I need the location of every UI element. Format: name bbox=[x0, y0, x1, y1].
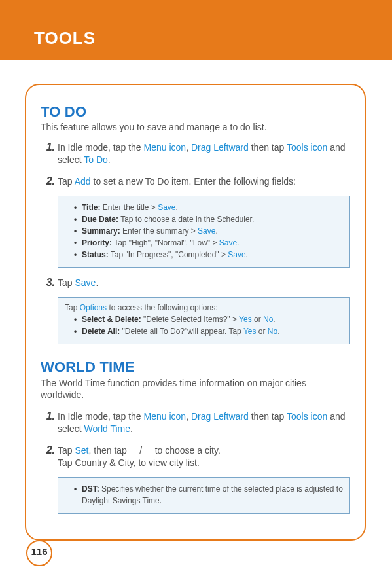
world-time-link: World Time bbox=[84, 423, 130, 434]
save-link: Save bbox=[75, 278, 96, 288]
section-subtitle-world-time: The World Time function provides time in… bbox=[41, 377, 350, 402]
page-title: TOOLS bbox=[34, 28, 96, 48]
step-number: 1. bbox=[41, 410, 58, 435]
text: or bbox=[256, 327, 267, 336]
text: "Delete all To Do?"will appear. Tap bbox=[120, 327, 243, 336]
step-number: 2. bbox=[41, 175, 58, 188]
text: Tap bbox=[58, 278, 75, 288]
header-bar: TOOLS bbox=[0, 0, 392, 60]
tools-icon-link: Tools icon bbox=[287, 142, 327, 153]
menu-icon-link: Menu icon bbox=[144, 142, 187, 153]
text: , then tap bbox=[88, 445, 129, 456]
section-subtitle-todo: This feature allows you to save and mana… bbox=[41, 122, 350, 132]
text: , bbox=[186, 411, 191, 422]
label: Status: bbox=[82, 250, 109, 259]
text: . bbox=[108, 154, 111, 165]
step-body: Tap Add to set a new To Do item. Enter t… bbox=[58, 175, 296, 188]
page-number-badge: 116 bbox=[26, 542, 55, 564]
text: . bbox=[277, 327, 279, 336]
save-link: Save bbox=[219, 238, 237, 247]
text: Tap bbox=[65, 303, 80, 312]
step-body: Tap Save. bbox=[58, 277, 98, 289]
text: . bbox=[96, 278, 98, 288]
label: Priority: bbox=[82, 238, 112, 247]
tools-icon-link: Tools icon bbox=[287, 411, 327, 422]
todo-step-1: 1. In Idle mode, tap the Menu icon, Drag… bbox=[41, 141, 350, 166]
text: Tap bbox=[58, 445, 75, 456]
step-body: Tap Set, then tap / to choose a city. Ta… bbox=[58, 444, 221, 469]
text: or bbox=[252, 315, 263, 324]
text: . bbox=[273, 315, 275, 324]
todo-step-2: 2. Tap Add to set a new To Do item. Ente… bbox=[41, 175, 350, 188]
no-link: No bbox=[268, 327, 277, 336]
text: Enter the title > bbox=[100, 203, 158, 212]
text: In Idle mode, tap the bbox=[58, 142, 144, 153]
text: to choose a city. bbox=[152, 445, 221, 456]
step-body: In Idle mode, tap the Menu icon, Drag Le… bbox=[58, 141, 350, 166]
content-card: TO DO This feature allows you to save an… bbox=[25, 84, 366, 541]
text: Tap Country & City, to view city list. bbox=[58, 458, 200, 468]
add-link: Add bbox=[75, 176, 91, 187]
field-status: Status: Tap "In Progress", "Completed" >… bbox=[74, 249, 343, 261]
step-body: In Idle mode, tap the Menu icon, Drag Le… bbox=[58, 410, 350, 435]
dst-box: DST: Specifies whether the current time … bbox=[58, 477, 350, 514]
text: to set a new To Do item. Enter the follo… bbox=[91, 176, 296, 187]
text: . bbox=[237, 238, 239, 247]
text: Tap "In Progress", "Completed" > bbox=[109, 250, 228, 259]
save-link: Save bbox=[198, 226, 215, 236]
text: / bbox=[139, 445, 142, 456]
todo-step-3: 3. Tap Save. bbox=[41, 277, 350, 289]
label: DST: bbox=[82, 484, 99, 494]
options-link: Options bbox=[80, 303, 107, 312]
yes-link: Yes bbox=[243, 327, 257, 336]
yes-link: Yes bbox=[239, 315, 252, 324]
todo-link: To Do bbox=[84, 154, 108, 165]
text: Tap bbox=[58, 176, 75, 187]
dst-item: DST: Specifies whether the current time … bbox=[74, 483, 343, 507]
text: "Delete Selected Items?" > bbox=[141, 315, 239, 324]
section-title-world-time: WORLD TIME bbox=[41, 359, 350, 376]
section-title-todo: TO DO bbox=[41, 103, 350, 120]
step-number: 3. bbox=[41, 277, 58, 289]
text: Tap to choose a date in the Scheduler. bbox=[118, 215, 254, 224]
text: to access the following options: bbox=[107, 303, 217, 312]
step-number: 1. bbox=[41, 141, 58, 166]
label: Title: bbox=[82, 203, 100, 212]
save-link: Save bbox=[158, 203, 175, 212]
page: TOOLS TO DO This feature allows you to s… bbox=[0, 0, 392, 576]
text: Tap "High", "Normal", "Low" > bbox=[112, 238, 219, 247]
page-number: 116 bbox=[26, 546, 52, 557]
label: Summary: bbox=[82, 226, 120, 236]
drag-leftward-link: Drag Leftward bbox=[191, 411, 249, 422]
label: Select & Delete: bbox=[82, 315, 141, 324]
options-lead: Tap Options to access the following opti… bbox=[65, 303, 343, 312]
field-priority: Priority: Tap "High", "Normal", "Low" > … bbox=[74, 237, 343, 249]
options-box: Tap Options to access the following opti… bbox=[58, 297, 350, 344]
text: Specifies whether the current time of th… bbox=[82, 484, 343, 505]
drag-leftward-link: Drag Leftward bbox=[191, 142, 249, 153]
no-link: No bbox=[263, 315, 273, 324]
text: In Idle mode, tap the bbox=[58, 411, 144, 422]
text: . bbox=[246, 250, 248, 259]
text: then tap bbox=[249, 142, 287, 153]
save-link: Save bbox=[228, 250, 245, 259]
label: Due Date: bbox=[82, 215, 118, 224]
fields-box: Title: Enter the title > Save. Due Date:… bbox=[58, 196, 350, 268]
text: . bbox=[215, 226, 217, 236]
world-step-1: 1. In Idle mode, tap the Menu icon, Drag… bbox=[41, 410, 350, 435]
step-number: 2. bbox=[41, 444, 58, 469]
field-title: Title: Enter the title > Save. bbox=[74, 202, 343, 213]
text: . bbox=[176, 203, 178, 212]
text: , bbox=[186, 142, 191, 153]
text: then tap bbox=[249, 411, 287, 422]
field-due-date: Due Date: Tap to choose a date in the Sc… bbox=[74, 213, 343, 225]
set-link: Set bbox=[75, 445, 88, 456]
option-select-delete: Select & Delete: "Delete Selected Items?… bbox=[74, 314, 343, 325]
option-delete-all: Delete All: "Delete all To Do?"will appe… bbox=[74, 325, 343, 337]
field-summary: Summary: Enter the summary > Save. bbox=[74, 225, 343, 237]
text: Enter the summary > bbox=[120, 226, 198, 236]
world-step-2: 2. Tap Set, then tap / to choose a city.… bbox=[41, 444, 350, 469]
label: Delete All: bbox=[82, 327, 120, 336]
text: . bbox=[130, 423, 133, 434]
menu-icon-link: Menu icon bbox=[144, 411, 187, 422]
